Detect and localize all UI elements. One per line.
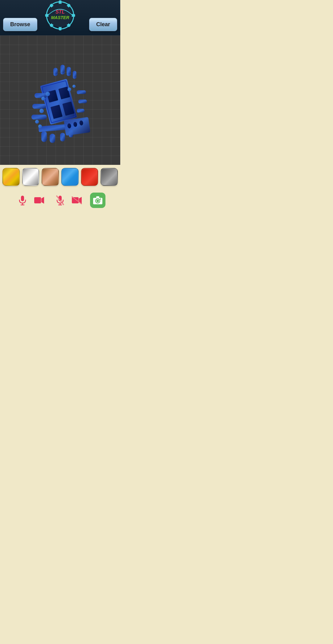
svg-rect-44 [60,133,65,141]
gear-logo: STL MASTER [45,0,76,31]
svg-rect-40 [41,131,47,142]
3d-model [17,45,103,156]
svg-rect-74 [96,196,99,198]
svg-rect-29 [78,100,87,103]
color-swatch-gray[interactable] [101,168,118,186]
svg-marker-63 [41,197,44,204]
svg-point-53 [38,124,42,128]
color-swatch-bronze[interactable] [42,168,59,186]
browse-button[interactable]: Browse [3,18,37,31]
svg-rect-35 [32,104,46,109]
svg-rect-62 [34,197,41,203]
video-on-button[interactable] [31,193,47,208]
svg-rect-1 [59,1,61,4]
camera-button[interactable] [90,193,105,208]
svg-point-76 [97,200,99,202]
svg-text:STL: STL [56,9,65,14]
svg-rect-37 [31,115,47,120]
logo-container: STL MASTER [35,0,85,31]
clear-button[interactable]: Clear [89,18,117,31]
color-swatch-blue[interactable] [61,168,79,186]
svg-rect-69 [72,197,79,203]
svg-rect-19 [53,68,58,75]
svg-rect-23 [67,67,71,75]
toolbar-group-2 [52,193,84,208]
svg-point-52 [35,120,39,124]
svg-rect-31 [77,109,84,112]
svg-rect-25 [73,71,76,78]
svg-rect-2 [59,27,61,30]
model-svg [17,45,103,156]
svg-rect-27 [77,90,86,94]
mic-on-button[interactable] [15,193,30,208]
svg-rect-21 [60,65,65,73]
svg-point-51 [39,109,44,113]
color-swatch-red[interactable] [81,168,98,186]
bottom-toolbar [0,189,120,213]
app-header: STL MASTER Browse Clear [0,0,120,35]
svg-rect-42 [50,134,55,143]
svg-text:MASTER: MASTER [51,15,69,20]
3d-viewport[interactable] [0,35,120,165]
color-swatch-row [0,165,120,189]
color-swatch-silver[interactable] [22,168,39,186]
svg-point-48 [72,85,76,88]
svg-rect-59 [21,196,24,201]
toolbar-group-1 [15,193,47,208]
video-off-button[interactable] [69,193,84,208]
svg-rect-33 [35,93,47,98]
svg-point-77 [100,198,101,200]
toolbar-group-3 [90,193,105,208]
svg-point-49 [46,92,50,96]
color-swatch-gold[interactable] [2,168,20,186]
mic-off-button[interactable] [52,193,68,208]
